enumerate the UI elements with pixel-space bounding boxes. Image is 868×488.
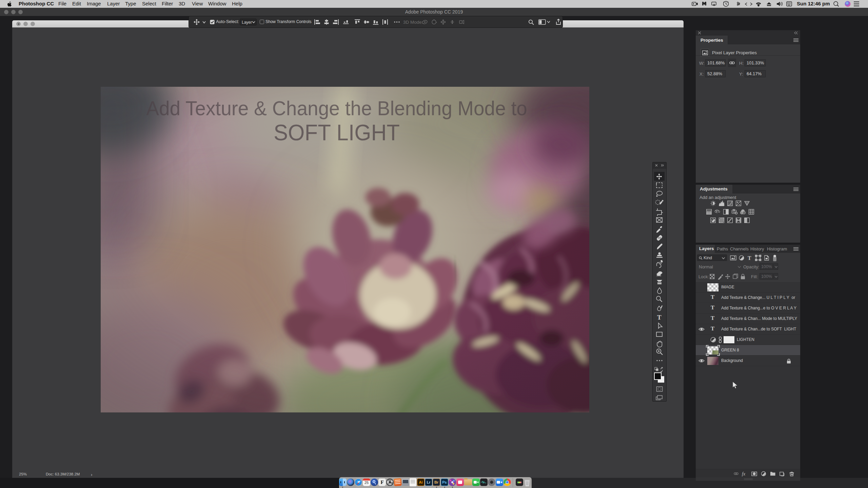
svg-text:SOFT LIGHT: SOFT LIGHT xyxy=(274,120,400,145)
svg-text:Add Texture & Change the Blend: Add Texture & Change the Blending Mode t… xyxy=(146,97,527,120)
svg-text:fx: fx xyxy=(742,471,746,476)
svg-text:T: T xyxy=(657,314,662,321)
svg-text:T: T xyxy=(748,255,751,261)
svg-text:3D Mode:: 3D Mode: xyxy=(403,20,423,25)
